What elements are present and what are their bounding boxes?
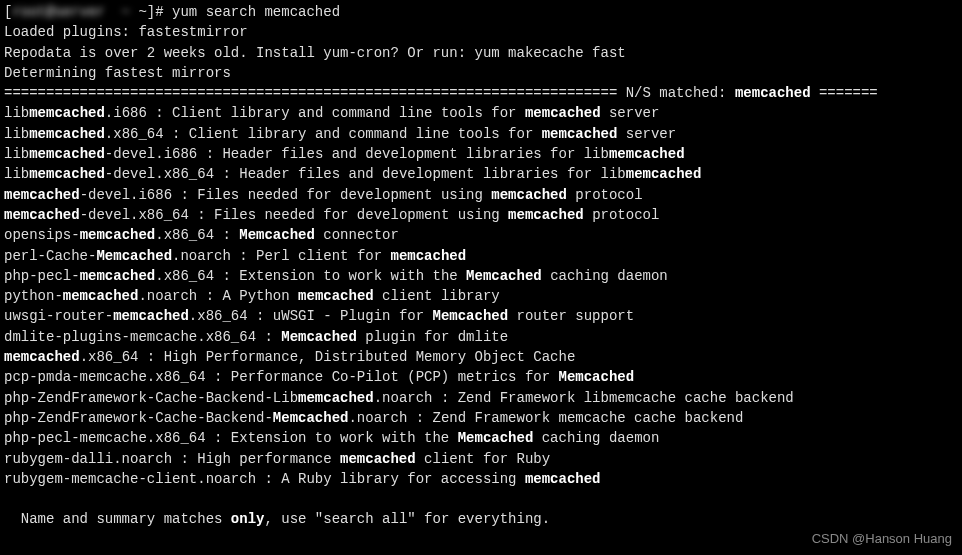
hostname-blurred: root@server ~ — [12, 2, 130, 22]
result-line: libmemcached.i686 : Client library and c… — [4, 103, 958, 123]
result-line: perl-Cache-Memcached.noarch : Perl clien… — [4, 246, 958, 266]
footer-only: only — [231, 511, 265, 527]
result-line: php-ZendFramework-Cache-Backend-Memcache… — [4, 408, 958, 428]
blank-line — [4, 489, 958, 509]
repodata-warning-line: Repodata is over 2 weeks old. Install yu… — [4, 43, 958, 63]
loaded-plugins-line: Loaded plugins: fastestmirror — [4, 22, 958, 42]
watermark-text: CSDN @Hanson Huang — [812, 530, 952, 549]
result-line: pcp-pmda-memcache.x86_64 : Performance C… — [4, 367, 958, 387]
matched-term: memcached — [735, 85, 811, 101]
result-line: dmlite-plugins-memcache.x86_64 : Memcach… — [4, 327, 958, 347]
section-header-line: ========================================… — [4, 83, 958, 103]
result-line: opensips-memcached.x86_64 : Memcached co… — [4, 225, 958, 245]
result-line: php-pecl-memcache.x86_64 : Extension to … — [4, 428, 958, 448]
result-line: libmemcached-devel.x86_64 : Header files… — [4, 164, 958, 184]
result-line: memcached-devel.i686 : Files needed for … — [4, 185, 958, 205]
result-line: libmemcached.x86_64 : Client library and… — [4, 124, 958, 144]
result-line: python-memcached.noarch : A Python memca… — [4, 286, 958, 306]
result-line: rubygem-memcache-client.noarch : A Ruby … — [4, 469, 958, 489]
footer-hint-line: Name and summary matches only, use "sear… — [4, 509, 958, 529]
determining-mirrors-line: Determining fastest mirrors — [4, 63, 958, 83]
prompt-suffix: ~]# — [130, 4, 172, 20]
result-line: php-pecl-memcached.x86_64 : Extension to… — [4, 266, 958, 286]
result-line: memcached.x86_64 : High Performance, Dis… — [4, 347, 958, 367]
result-line: uwsgi-router-memcached.x86_64 : uWSGI - … — [4, 306, 958, 326]
result-line: libmemcached-devel.i686 : Header files a… — [4, 144, 958, 164]
result-line: memcached-devel.x86_64 : Files needed fo… — [4, 205, 958, 225]
result-line: php-ZendFramework-Cache-Backend-Libmemca… — [4, 388, 958, 408]
search-results-list: libmemcached.i686 : Client library and c… — [4, 103, 958, 489]
prompt-line[interactable]: [root@server ~ ~]# yum search memcached — [4, 2, 958, 22]
command-text: yum search memcached — [172, 4, 340, 20]
result-line: rubygem-dalli.noarch : High performance … — [4, 449, 958, 469]
